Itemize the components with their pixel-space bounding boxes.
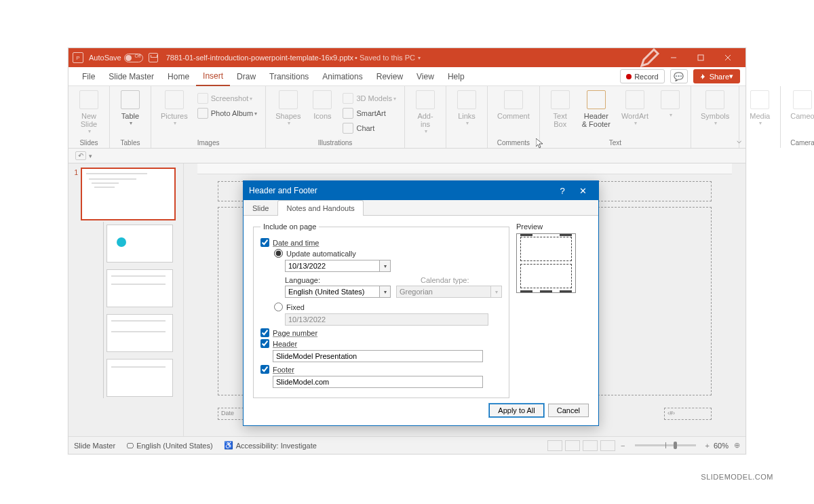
auto-date-combo[interactable] (285, 260, 380, 272)
dialog-help-button[interactable]: ? (552, 186, 573, 196)
sorter-view-button[interactable] (565, 440, 580, 451)
footer-checkbox[interactable] (260, 365, 269, 374)
slide-master-thumbnail[interactable] (81, 168, 176, 220)
date-time-label: Date and time (273, 239, 319, 247)
wordart-button[interactable]: WordArt▾ (617, 89, 653, 138)
view-mode-status: Slide Master (74, 442, 115, 450)
pictures-button[interactable]: Pictures▾ (157, 89, 192, 138)
ribbon-group-symbols: Symbols▾ (691, 86, 739, 148)
language-combo[interactable] (285, 286, 380, 298)
3d-models-button[interactable]: 3D Models▾ (340, 92, 399, 105)
layout-thumbnail[interactable] (106, 269, 173, 307)
language-status[interactable]: 🖵 English (United States) (126, 442, 213, 450)
fixed-date-input (285, 313, 488, 326)
language-label: Language: (285, 276, 391, 284)
minimize-button[interactable] (660, 48, 687, 67)
maximize-button[interactable] (687, 48, 714, 67)
comments-pane-button[interactable]: 💬 (670, 69, 688, 83)
collapse-ribbon-button[interactable]: ⌵ (737, 136, 741, 145)
text-box-button[interactable]: Text Box (545, 89, 575, 138)
chevron-down-icon[interactable]: ▾ (380, 286, 391, 298)
record-button[interactable]: Record (620, 69, 664, 83)
tab-slide[interactable]: Slide (244, 200, 277, 216)
dialog-tabs: Slide Notes and Handouts (244, 200, 598, 216)
pen-icon[interactable] (640, 47, 660, 68)
chevron-down-icon[interactable]: ▾ (418, 55, 421, 61)
cameo-button[interactable]: Cameo (786, 89, 814, 138)
links-button[interactable]: Links▾ (452, 89, 482, 145)
photo-album-button[interactable]: Photo Album▾ (195, 106, 260, 120)
page-number-checkbox[interactable] (260, 328, 269, 337)
normal-view-button[interactable] (547, 440, 562, 451)
accessibility-status[interactable]: ♿ Accessibility: Investigate (224, 441, 317, 450)
zoom-slider[interactable] (635, 444, 696, 446)
menu-view[interactable]: View (410, 67, 441, 85)
status-bar: Slide Master 🖵 English (United States) ♿… (69, 436, 745, 454)
dialog-titlebar[interactable]: Header and Footer ? ✕ (244, 181, 598, 200)
document-filename: 7881-01-self-introduction-powerpoint-tem… (166, 54, 353, 62)
header-footer-button[interactable]: Header & Footer (578, 89, 615, 138)
autosave-toggle[interactable]: Off (124, 54, 143, 62)
smartart-button[interactable]: SmartArt (340, 106, 399, 120)
powerpoint-icon: P (73, 52, 83, 63)
menu-animations[interactable]: Animations (315, 67, 369, 85)
menu-home[interactable]: Home (161, 67, 196, 85)
chevron-down-icon[interactable]: ▾ (380, 260, 391, 272)
page-number-label: Page number (273, 329, 317, 337)
header-footer-dialog: Header and Footer ? ✕ Slide Notes and Ha… (243, 180, 599, 426)
save-status: • Saved to this PC (355, 54, 415, 62)
zoom-out-button[interactable]: − (621, 442, 625, 450)
apply-to-all-button[interactable]: Apply to All (489, 404, 543, 417)
header-input[interactable] (273, 350, 483, 362)
reading-view-button[interactable] (583, 440, 598, 451)
symbols-button[interactable]: Symbols▾ (697, 89, 733, 145)
close-button[interactable] (714, 48, 741, 67)
menu-slide-master[interactable]: Slide Master (102, 67, 161, 85)
autosave-label: AutoSave (89, 54, 121, 62)
icons-button[interactable]: Icons (307, 89, 337, 138)
preview-box (516, 233, 576, 293)
fit-to-window-button[interactable]: ⊕ (734, 441, 740, 450)
footer-input[interactable] (273, 376, 483, 388)
tab-notes-handouts[interactable]: Notes and Handouts (277, 200, 363, 216)
layout-thumbnail[interactable] (106, 314, 173, 352)
menu-help[interactable]: Help (441, 67, 471, 85)
layout-thumbnail[interactable] (106, 359, 173, 397)
new-slide-button[interactable]: New Slide▾ (74, 89, 104, 138)
menu-insert[interactable]: Insert (196, 67, 230, 86)
update-auto-label: Update automatically (286, 250, 356, 258)
layout-thumbnail[interactable] (106, 225, 173, 263)
cancel-button[interactable]: Cancel (548, 404, 589, 417)
comment-button[interactable]: Comment (493, 89, 534, 138)
text-more-button[interactable]: ▾ (655, 89, 685, 138)
zoom-level[interactable]: 60% (714, 442, 729, 450)
calendar-label: Calendar type: (421, 276, 502, 284)
shapes-button[interactable]: Shapes▾ (271, 89, 305, 138)
update-auto-radio[interactable] (274, 249, 283, 258)
menu-transitions[interactable]: Transitions (263, 67, 315, 85)
table-button[interactable]: Table▾ (115, 89, 145, 138)
fixed-radio[interactable] (274, 303, 283, 311)
chart-button[interactable]: Chart (340, 121, 399, 135)
addins-button[interactable]: Add- ins▾ (410, 89, 440, 145)
ribbon-group-illustrations: Shapes▾ Icons 3D Models▾ SmartArt Chart … (266, 86, 405, 148)
menu-review[interactable]: Review (370, 67, 410, 85)
preview-label: Preview (516, 222, 589, 231)
save-icon[interactable] (149, 53, 158, 62)
include-legend: Include on page (260, 222, 319, 231)
menu-file[interactable]: File (75, 67, 102, 85)
calendar-combo (396, 286, 491, 298)
ribbon-group-slides: New Slide▾ Slides (69, 86, 110, 148)
dialog-close-button[interactable]: ✕ (573, 186, 593, 196)
menu-draw[interactable]: Draw (230, 67, 263, 85)
screenshot-button[interactable]: Screenshot▾ (195, 92, 260, 105)
media-button[interactable]: Media▾ (745, 89, 775, 145)
zoom-in-button[interactable]: + (705, 442, 710, 450)
date-time-checkbox[interactable] (260, 238, 269, 247)
header-checkbox[interactable] (260, 339, 269, 348)
undo-icon[interactable]: ↶ (75, 151, 86, 160)
slide-number-placeholder[interactable]: ‹#› (664, 408, 712, 420)
slideshow-view-button[interactable] (600, 440, 615, 451)
watermark: SLIDEMODEL.COM (701, 473, 773, 481)
share-button[interactable]: Share▾ (693, 69, 740, 83)
